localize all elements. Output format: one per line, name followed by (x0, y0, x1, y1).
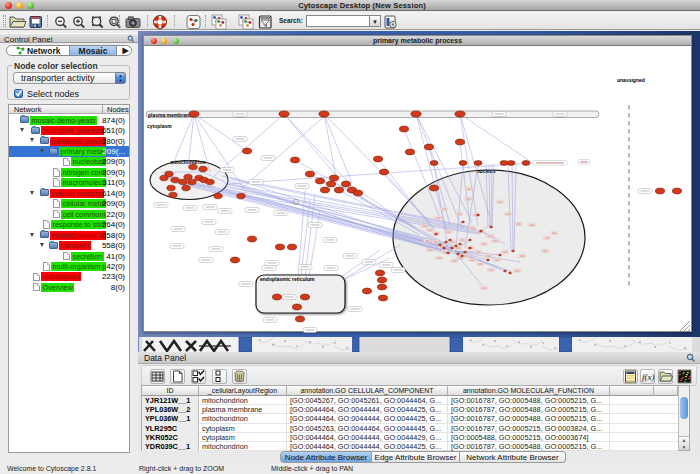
svg-text:f(x): f(x) (642, 372, 655, 382)
svg-text:unassigned: unassigned (617, 77, 645, 83)
svg-text:mitochondrion: mitochondrion (171, 159, 206, 165)
svg-text:cytoplasm: cytoplasm (147, 123, 172, 129)
svg-text:endoplasmic reticulum: endoplasmic reticulum (260, 276, 315, 282)
svg-text:plasma membrane: plasma membrane (148, 112, 192, 118)
